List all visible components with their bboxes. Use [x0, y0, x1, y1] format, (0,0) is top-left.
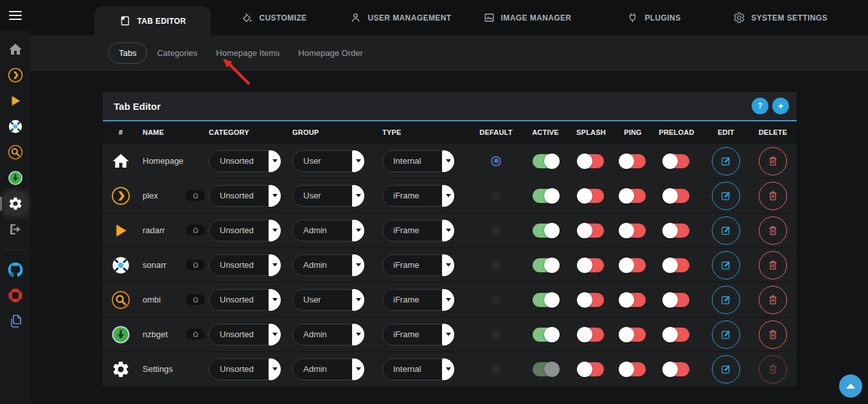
default-radio[interactable]	[491, 156, 501, 166]
splash-toggle[interactable]	[578, 293, 604, 307]
default-radio[interactable]	[491, 225, 501, 236]
sidebar-item-nzbget[interactable]	[4, 167, 26, 189]
preload-toggle[interactable]	[664, 258, 689, 272]
edit-button[interactable]	[712, 182, 740, 210]
default-radio[interactable]	[491, 260, 501, 270]
delete-button[interactable]	[759, 182, 787, 210]
active-toggle[interactable]	[533, 258, 558, 272]
default-radio[interactable]	[491, 191, 501, 201]
category-select[interactable]: Unsorted	[209, 254, 281, 276]
default-radio[interactable]	[491, 295, 501, 305]
ping-toggle[interactable]	[620, 224, 646, 238]
top-tab-customize[interactable]: CUSTOMIZE	[211, 0, 337, 35]
group-select[interactable]: Admin	[292, 220, 364, 242]
ping-toggle[interactable]	[620, 328, 646, 342]
sidebar-item-sonarr[interactable]	[4, 116, 26, 137]
edit-button[interactable]	[712, 355, 740, 383]
default-radio[interactable]	[491, 329, 501, 340]
top-tab-system-settings[interactable]: SYSTEM SETTINGS	[717, 0, 844, 35]
delete-button[interactable]	[759, 321, 787, 349]
splash-toggle[interactable]	[578, 154, 604, 168]
column-header-group: GROUP	[292, 128, 364, 136]
sidebar-item-logout[interactable]	[4, 218, 26, 240]
splash-toggle[interactable]	[578, 362, 604, 376]
active-toggle[interactable]	[533, 328, 558, 342]
sidebar-item-ombi[interactable]	[4, 141, 26, 163]
ping-toggle[interactable]	[620, 154, 646, 168]
homepage-icon	[111, 152, 130, 171]
category-select[interactable]: Unsorted	[209, 150, 281, 172]
delete-button[interactable]	[759, 147, 787, 175]
group-select[interactable]: User	[292, 185, 364, 207]
preload-toggle[interactable]	[664, 328, 689, 342]
top-tab-tab-editor[interactable]: TAB EDITOR	[94, 6, 211, 35]
splash-toggle[interactable]	[578, 258, 604, 272]
subtab-tabs[interactable]: Tabs	[108, 42, 147, 64]
edit-button[interactable]	[712, 286, 740, 314]
toggle-knob	[662, 327, 678, 342]
type-select[interactable]: Internal	[382, 150, 454, 172]
sidebar-item-home[interactable]	[4, 39, 26, 60]
scroll-to-top-button[interactable]	[839, 374, 862, 398]
delete-button[interactable]	[759, 286, 787, 314]
ping-toggle[interactable]	[620, 362, 646, 376]
edit-button[interactable]	[712, 216, 740, 245]
dropdown-caret-icon	[442, 220, 454, 242]
active-toggle[interactable]	[533, 189, 558, 203]
sidebar-item-docs[interactable]	[4, 310, 26, 332]
ping-toggle[interactable]	[620, 189, 646, 203]
preload-toggle[interactable]	[664, 154, 689, 168]
category-select[interactable]: Unsorted	[209, 358, 281, 380]
type-select[interactable]: iFrame	[382, 254, 454, 276]
preload-toggle[interactable]	[664, 293, 689, 307]
delete-button[interactable]	[759, 251, 787, 279]
type-select[interactable]: iFrame	[382, 185, 454, 207]
help-button[interactable]: ?	[752, 98, 768, 114]
top-tab-user-management[interactable]: USER MANAGEMENT	[337, 0, 464, 35]
group-select[interactable]: User	[292, 150, 364, 172]
sidebar-item-plex[interactable]	[4, 64, 26, 86]
subtab-homepage-order[interactable]: Homepage Order	[298, 48, 362, 58]
category-select[interactable]: Unsorted	[209, 324, 281, 346]
active-toggle[interactable]	[533, 154, 558, 168]
splash-toggle[interactable]	[578, 328, 604, 342]
splash-toggle[interactable]	[578, 224, 604, 238]
edit-button[interactable]	[712, 321, 740, 349]
sidebar-item-support[interactable]	[4, 285, 26, 306]
docs-icon	[8, 313, 23, 329]
ping-toggle[interactable]	[620, 293, 646, 307]
top-tab-plugins[interactable]: PLUGINS	[590, 0, 717, 35]
tab-name: radarr	[139, 225, 165, 235]
type-select[interactable]: iFrame	[382, 220, 454, 242]
subtab-homepage-items[interactable]: Homepage Items	[216, 48, 279, 58]
edit-button[interactable]	[712, 251, 740, 279]
active-toggle[interactable]	[533, 362, 558, 376]
type-select[interactable]: iFrame	[382, 324, 454, 346]
group-select[interactable]: Admin	[292, 254, 364, 276]
group-select[interactable]: Admin	[292, 358, 364, 380]
sidebar-item-settings[interactable]	[4, 193, 26, 215]
category-select[interactable]: Unsorted	[209, 220, 281, 242]
active-toggle[interactable]	[533, 293, 558, 307]
type-select[interactable]: iFrame	[382, 289, 454, 311]
active-toggle[interactable]	[533, 224, 558, 238]
sidebar-item-github[interactable]	[4, 259, 26, 281]
add-tab-button[interactable]: +	[772, 98, 789, 114]
category-select[interactable]: Unsorted	[209, 185, 281, 207]
preload-toggle[interactable]	[664, 189, 689, 203]
ping-toggle[interactable]	[620, 258, 646, 272]
group-select[interactable]: Admin	[292, 324, 364, 346]
subtab-categories[interactable]: Categories	[157, 48, 197, 58]
top-tab-image-manager[interactable]: IMAGE MANAGER	[464, 0, 590, 35]
group-select[interactable]: User	[292, 289, 364, 311]
edit-button[interactable]	[712, 147, 740, 175]
preload-toggle[interactable]	[664, 362, 689, 376]
category-select[interactable]: Unsorted	[209, 289, 281, 311]
sidebar-menu-button[interactable]	[0, 0, 31, 31]
type-select[interactable]: Internal	[382, 358, 454, 380]
preload-toggle[interactable]	[664, 224, 689, 238]
delete-button[interactable]	[759, 216, 787, 245]
splash-toggle[interactable]	[578, 189, 604, 203]
default-radio[interactable]	[491, 364, 501, 374]
sidebar-item-radarr[interactable]	[4, 90, 26, 112]
